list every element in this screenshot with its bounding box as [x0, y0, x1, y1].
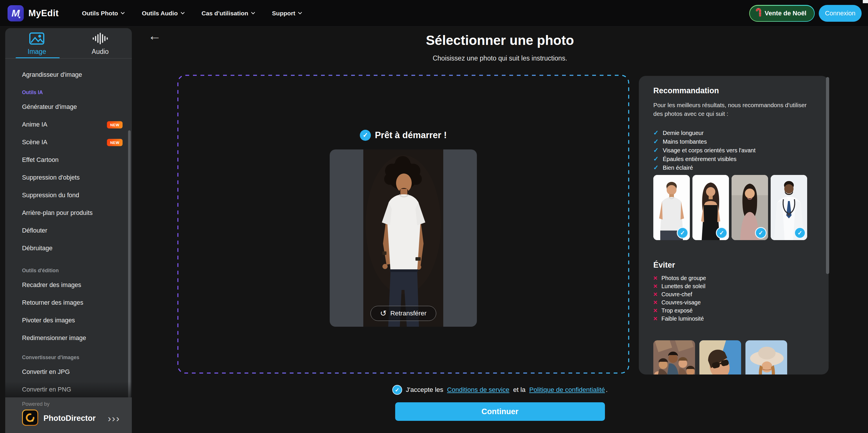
chevron-down-icon	[298, 12, 302, 14]
nav-item-label: Outils Audio	[142, 10, 178, 17]
sidebar-item[interactable]: Pivoter des images	[22, 312, 132, 329]
sidebar-item[interactable]: Suppression du fond	[22, 187, 132, 204]
list-item-label: Couvres-visage	[661, 299, 701, 306]
myedit-logo-icon[interactable]: M	[7, 5, 24, 22]
sidebar-item-label: Agrandisseur d'image	[22, 71, 82, 78]
recommendation-item: ✓Mains tombantes	[653, 137, 755, 146]
tab-image[interactable]: Image	[5, 28, 69, 59]
example-photo-woman-black-tank: ✓	[692, 175, 729, 240]
check-icon: ✓	[653, 155, 658, 163]
avoid-photo-hat	[745, 340, 787, 374]
page-subtitle: Choisissez une photo qui suit les instru…	[132, 55, 868, 62]
tab-audio-label: Audio	[92, 48, 108, 56]
avoid-title: Éviter	[653, 261, 675, 270]
approved-check-badge: ✓	[794, 227, 806, 239]
chevron-down-icon	[181, 12, 185, 14]
approved-check-badge: ✓	[716, 227, 727, 239]
sidebar-item-label: Redimensionner image	[22, 335, 86, 341]
sidebar-item[interactable]: Déflouter	[22, 222, 132, 240]
sidebar-item-label: Retourner des images	[22, 299, 84, 306]
recommendation-title: Recommandation	[653, 86, 719, 95]
cross-icon: ×	[653, 299, 657, 306]
tabs-divider	[5, 58, 132, 59]
good-example-photos: ✓ ✓	[653, 175, 807, 240]
main-content: ← Sélectionner une photo Choisissez une …	[132, 27, 868, 433]
reupload-label: Retransférer	[390, 310, 427, 317]
sidebar-item[interactable]: Redimensionner image	[22, 329, 132, 347]
terms-accept-row: ✓ J'accepte les Conditions de service et…	[132, 385, 868, 395]
example-photo-doctor: ✓	[771, 175, 807, 240]
sidebar-item[interactable]: Convertir en PNG	[22, 381, 132, 399]
page-scrollbar-thumb[interactable]	[863, 0, 868, 3]
cross-icon: ×	[653, 315, 657, 322]
uploaded-photo	[363, 150, 443, 327]
cross-icon: ×	[653, 283, 657, 290]
uploaded-photo-man	[363, 150, 443, 327]
upload-dropzone[interactable]: ✓ Prêt à démarrer !	[177, 75, 629, 374]
panel-scrollbar-thumb[interactable]	[826, 77, 829, 274]
sidebar-scrollbar-thumb[interactable]	[128, 130, 131, 400]
check-icon: ✓	[653, 147, 658, 154]
sidebar-item[interactable]: Arrière-plan pour produits	[22, 204, 132, 222]
check-icon: ✓	[653, 138, 658, 145]
sidebar-item[interactable]: Anime IANEW	[22, 116, 132, 133]
nav-item-1[interactable]: Outils Audio	[142, 10, 185, 17]
avoid-item: ×Trop exposé	[653, 306, 706, 314]
recommendation-item: ✓Demie longueur	[653, 129, 755, 137]
terms-of-service-link[interactable]: Conditions de service	[447, 386, 509, 394]
powered-by-bar: Powered by PhotoDirector ›››	[5, 397, 132, 433]
nav-item-label: Outils Photo	[82, 10, 118, 17]
sidebar-item[interactable]: Scène IANEW	[22, 133, 132, 151]
list-item-label: Mains tombantes	[662, 138, 707, 145]
avoid-item: ×Couvres-visage	[653, 298, 706, 306]
recommendation-checklist: ✓Demie longueur✓Mains tombantes✓Visage e…	[653, 129, 755, 172]
photodirector-logo-icon	[22, 409, 38, 427]
check-icon: ✓	[653, 164, 658, 172]
nav-item-label: Cas d'utilisation	[202, 10, 248, 17]
brand-name[interactable]: MyEdit	[28, 8, 59, 19]
sidebar-item[interactable]: Effet Cartoon	[22, 151, 132, 169]
list-item-label: Lunettes de soleil	[661, 283, 706, 290]
sidebar-item-label: Pivoter des images	[22, 317, 75, 324]
terms-checkbox[interactable]: ✓	[392, 385, 402, 395]
example-photo-woman-pink-top: ✓	[732, 175, 768, 240]
sidebar-item[interactable]: Suppression d'objets	[22, 169, 132, 187]
avoid-example-photos	[653, 340, 787, 374]
sidebar-item-label: Scène IA	[22, 139, 47, 146]
sidebar-item-label: Convertir en JPG	[22, 368, 70, 375]
ready-check-icon: ✓	[360, 130, 371, 141]
privacy-policy-link[interactable]: Politique de confidentialité	[529, 386, 605, 394]
sidebar-item[interactable]: Débruitage	[22, 240, 132, 257]
christmas-sale-button[interactable]: Vente de Noël	[749, 5, 815, 22]
sidebar-section-label: Outils IA	[22, 87, 132, 98]
audio-waveform-icon	[92, 32, 108, 46]
accept-text-suffix: .	[606, 386, 608, 394]
cross-icon: ×	[653, 275, 657, 281]
continue-button[interactable]: Continuer	[395, 402, 605, 421]
recommendation-panel: Recommandation Pour les meilleurs résult…	[639, 76, 829, 374]
photodirector-link[interactable]: PhotoDirector ›››	[22, 409, 132, 427]
approved-check-badge: ✓	[755, 227, 767, 239]
tab-audio[interactable]: Audio	[69, 28, 132, 59]
sidebar-item[interactable]: Convertir en JPG	[22, 363, 132, 381]
accept-text-prefix: J'accepte les	[406, 386, 443, 394]
sidebar-item[interactable]: Agrandisseur d'image	[22, 66, 132, 84]
nav-item-2[interactable]: Cas d'utilisation	[202, 10, 255, 17]
login-button[interactable]: Connexion	[819, 5, 862, 22]
nav-item-label: Support	[272, 10, 295, 17]
chevrons-more-icon[interactable]: ›››	[108, 413, 120, 423]
list-item-label: Bien éclairé	[662, 164, 693, 171]
uploaded-photo-card[interactable]	[330, 150, 477, 327]
sidebar-item-label: Suppression d'objets	[22, 174, 80, 181]
sidebar-item[interactable]: Retourner des images	[22, 294, 132, 312]
nav-item-3[interactable]: Support	[272, 10, 302, 17]
nav-item-0[interactable]: Outils Photo	[82, 10, 125, 17]
sidebar-section-label: Outils d'édition	[22, 265, 132, 276]
sidebar-item-label: Débruitage	[22, 245, 53, 252]
recommendation-intro: Pour les meilleurs résultats, nous recom…	[653, 101, 817, 118]
reupload-button[interactable]: ↺ Retransférer	[371, 306, 436, 321]
sidebar-item[interactable]: Générateur d'image	[22, 98, 132, 116]
photodirector-name: PhotoDirector	[43, 414, 96, 423]
promo-label: Vente de Noël	[765, 9, 806, 17]
sidebar-item[interactable]: Recadrer des images	[22, 276, 132, 294]
